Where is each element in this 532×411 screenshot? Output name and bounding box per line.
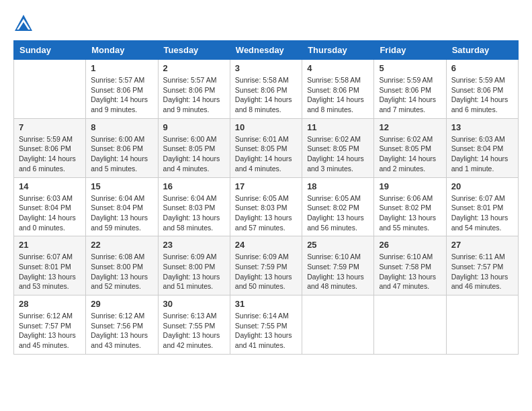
calendar-week-5: 28Sunrise: 6:12 AMSunset: 7:57 PMDayligh… [14,295,519,355]
calendar-cell [14,60,86,119]
day-number: 7 [19,122,81,132]
day-info: Sunrise: 6:04 AMSunset: 8:04 PMDaylight:… [91,193,152,233]
header-cell-tuesday: Tuesday [158,41,230,60]
day-number: 26 [379,240,441,250]
calendar-cell: 24Sunrise: 6:09 AMSunset: 7:59 PMDayligh… [230,236,302,295]
calendar-week-3: 14Sunrise: 6:03 AMSunset: 8:04 PMDayligh… [14,177,519,236]
day-number: 22 [91,240,152,250]
day-info: Sunrise: 5:59 AMSunset: 8:06 PMDaylight:… [451,75,513,115]
day-info: Sunrise: 6:06 AMSunset: 8:02 PMDaylight:… [379,193,441,233]
day-info: Sunrise: 6:07 AMSunset: 8:01 PMDaylight:… [19,252,81,291]
day-info: Sunrise: 6:01 AMSunset: 8:05 PMDaylight:… [235,134,297,174]
day-number: 6 [451,63,513,73]
calendar-cell: 6Sunrise: 5:59 AMSunset: 8:06 PMDaylight… [446,60,518,119]
calendar-cell: 16Sunrise: 6:04 AMSunset: 8:03 PMDayligh… [158,177,230,236]
day-info: Sunrise: 6:05 AMSunset: 8:02 PMDaylight:… [307,193,369,233]
day-info: Sunrise: 6:03 AMSunset: 8:04 PMDaylight:… [451,134,513,174]
calendar-cell: 23Sunrise: 6:09 AMSunset: 8:00 PMDayligh… [158,236,230,295]
day-number: 15 [91,181,152,191]
day-info: Sunrise: 5:57 AMSunset: 8:06 PMDaylight:… [91,75,152,115]
day-info: Sunrise: 6:02 AMSunset: 8:05 PMDaylight:… [379,134,441,174]
day-number: 18 [307,181,369,191]
calendar-week-4: 21Sunrise: 6:07 AMSunset: 8:01 PMDayligh… [14,236,519,295]
calendar-table: SundayMondayTuesdayWednesdayThursdayFrid… [13,40,519,355]
day-info: Sunrise: 6:11 AMSunset: 7:57 PMDaylight:… [451,252,513,291]
day-info: Sunrise: 6:13 AMSunset: 7:55 PMDaylight:… [163,311,225,351]
day-number: 20 [451,181,513,191]
calendar-cell: 29Sunrise: 6:12 AMSunset: 7:56 PMDayligh… [86,295,158,355]
calendar-cell: 13Sunrise: 6:03 AMSunset: 8:04 PMDayligh… [446,118,518,177]
day-info: Sunrise: 6:10 AMSunset: 7:58 PMDaylight:… [379,252,441,291]
day-info: Sunrise: 6:05 AMSunset: 8:03 PMDaylight:… [235,193,297,233]
calendar-cell: 8Sunrise: 6:00 AMSunset: 8:06 PMDaylight… [86,118,158,177]
day-number: 19 [379,181,441,191]
day-info: Sunrise: 6:02 AMSunset: 8:05 PMDaylight:… [307,134,369,174]
calendar-cell [302,295,374,355]
calendar-cell: 14Sunrise: 6:03 AMSunset: 8:04 PMDayligh… [14,177,86,236]
calendar-cell: 26Sunrise: 6:10 AMSunset: 7:58 PMDayligh… [374,236,446,295]
day-info: Sunrise: 5:59 AMSunset: 8:06 PMDaylight:… [379,75,441,115]
day-info: Sunrise: 6:10 AMSunset: 7:59 PMDaylight:… [307,252,369,291]
calendar-cell: 18Sunrise: 6:05 AMSunset: 8:02 PMDayligh… [302,177,374,236]
day-info: Sunrise: 6:00 AMSunset: 8:06 PMDaylight:… [91,134,152,174]
day-number: 29 [91,299,152,309]
day-info: Sunrise: 6:04 AMSunset: 8:03 PMDaylight:… [163,193,225,233]
day-number: 8 [91,122,152,132]
day-number: 2 [163,63,225,73]
calendar-cell: 11Sunrise: 6:02 AMSunset: 8:05 PMDayligh… [302,118,374,177]
day-number: 30 [163,299,225,309]
calendar-cell: 31Sunrise: 6:14 AMSunset: 7:55 PMDayligh… [230,295,302,355]
day-number: 16 [163,181,225,191]
day-number: 23 [163,240,225,250]
day-number: 10 [235,122,297,132]
day-info: Sunrise: 6:09 AMSunset: 8:00 PMDaylight:… [163,252,225,291]
day-number: 3 [235,63,297,73]
day-info: Sunrise: 5:57 AMSunset: 8:06 PMDaylight:… [163,75,225,115]
calendar-week-2: 7Sunrise: 5:59 AMSunset: 8:06 PMDaylight… [14,118,519,177]
day-info: Sunrise: 6:08 AMSunset: 8:00 PMDaylight:… [91,252,152,291]
logo-icon [13,13,34,34]
day-number: 27 [451,240,513,250]
day-number: 11 [307,122,369,132]
calendar-header: SundayMondayTuesdayWednesdayThursdayFrid… [14,41,519,60]
calendar-body: 1Sunrise: 5:57 AMSunset: 8:06 PMDaylight… [14,60,519,355]
day-info: Sunrise: 5:58 AMSunset: 8:06 PMDaylight:… [307,75,369,115]
calendar-cell: 28Sunrise: 6:12 AMSunset: 7:57 PMDayligh… [14,295,86,355]
day-number: 14 [19,181,81,191]
header-cell-wednesday: Wednesday [230,41,302,60]
header-cell-thursday: Thursday [302,41,374,60]
day-info: Sunrise: 6:12 AMSunset: 7:56 PMDaylight:… [91,311,152,351]
calendar-cell: 12Sunrise: 6:02 AMSunset: 8:05 PMDayligh… [374,118,446,177]
calendar-cell: 20Sunrise: 6:07 AMSunset: 8:01 PMDayligh… [446,177,518,236]
calendar-cell: 27Sunrise: 6:11 AMSunset: 7:57 PMDayligh… [446,236,518,295]
day-number: 21 [19,240,81,250]
header-row: SundayMondayTuesdayWednesdayThursdayFrid… [14,41,519,60]
page-header [13,13,519,34]
logo [13,13,36,34]
calendar-cell: 30Sunrise: 6:13 AMSunset: 7:55 PMDayligh… [158,295,230,355]
calendar-cell: 5Sunrise: 5:59 AMSunset: 8:06 PMDaylight… [374,60,446,119]
calendar-cell: 17Sunrise: 6:05 AMSunset: 8:03 PMDayligh… [230,177,302,236]
calendar-cell: 9Sunrise: 6:00 AMSunset: 8:05 PMDaylight… [158,118,230,177]
day-number: 25 [307,240,369,250]
calendar-cell: 10Sunrise: 6:01 AMSunset: 8:05 PMDayligh… [230,118,302,177]
day-info: Sunrise: 5:59 AMSunset: 8:06 PMDaylight:… [19,134,81,174]
calendar-cell: 25Sunrise: 6:10 AMSunset: 7:59 PMDayligh… [302,236,374,295]
day-number: 13 [451,122,513,132]
day-number: 17 [235,181,297,191]
calendar-cell [374,295,446,355]
day-number: 28 [19,299,81,309]
calendar-week-1: 1Sunrise: 5:57 AMSunset: 8:06 PMDaylight… [14,60,519,119]
calendar-cell: 2Sunrise: 5:57 AMSunset: 8:06 PMDaylight… [158,60,230,119]
calendar-cell: 4Sunrise: 5:58 AMSunset: 8:06 PMDaylight… [302,60,374,119]
day-number: 9 [163,122,225,132]
day-info: Sunrise: 6:09 AMSunset: 7:59 PMDaylight:… [235,252,297,291]
header-cell-saturday: Saturday [446,41,518,60]
day-info: Sunrise: 6:12 AMSunset: 7:57 PMDaylight:… [19,311,81,351]
calendar-cell: 21Sunrise: 6:07 AMSunset: 8:01 PMDayligh… [14,236,86,295]
day-info: Sunrise: 6:14 AMSunset: 7:55 PMDaylight:… [235,311,297,351]
calendar-cell: 19Sunrise: 6:06 AMSunset: 8:02 PMDayligh… [374,177,446,236]
header-cell-sunday: Sunday [14,41,86,60]
day-number: 5 [379,63,441,73]
day-info: Sunrise: 5:58 AMSunset: 8:06 PMDaylight:… [235,75,297,115]
